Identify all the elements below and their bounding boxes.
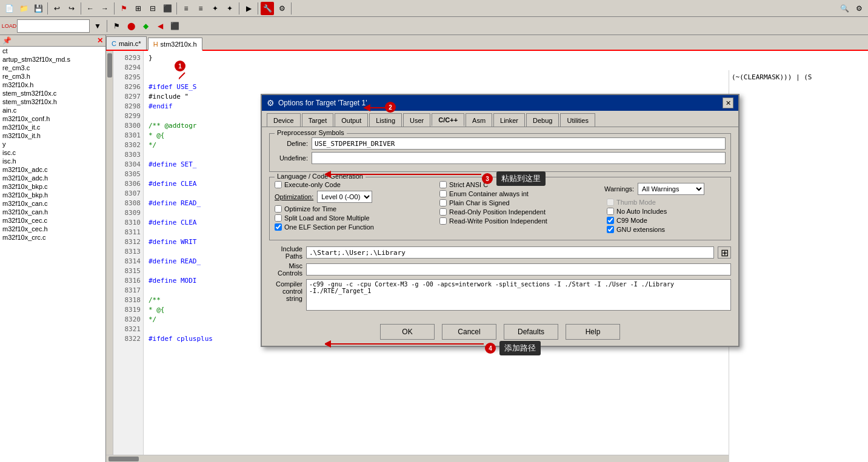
- dialog-tab-device[interactable]: Device: [267, 113, 301, 127]
- dialog-tab-linker[interactable]: Linker: [493, 113, 525, 127]
- sidebar-item[interactable]: ct: [0, 47, 105, 55]
- toolbar-btn-dropdown[interactable]: ▼: [91, 19, 104, 33]
- toolbar-btn-t5[interactable]: ⬛: [168, 19, 181, 33]
- toolbar-btn-settings2[interactable]: ⚙: [852, 2, 866, 15]
- ok-button[interactable]: OK: [380, 324, 435, 340]
- compiler-string-textarea[interactable]: -c99 -gnu -c -cpu Cortex-M3 -g -O0 -apcs…: [306, 279, 731, 311]
- one-elf-checkbox[interactable]: [275, 223, 282, 231]
- toolbar-btn-new[interactable]: 📄: [2, 2, 16, 15]
- toolbar-btn-build[interactable]: ⚑: [117, 2, 130, 15]
- toolbar-btn-save[interactable]: 💾: [32, 2, 45, 15]
- dialog-tab-asm[interactable]: Asm: [466, 113, 492, 127]
- dialog-close-button[interactable]: ✕: [723, 97, 733, 108]
- readwrite-pos-check[interactable]: Read-Write Position Independent: [439, 217, 597, 225]
- gnu-extensions-checkbox[interactable]: [607, 226, 614, 233]
- sidebar-close-icon[interactable]: ✕: [97, 36, 103, 45]
- toolbar-btn-forward[interactable]: →: [98, 2, 112, 15]
- sidebar-item[interactable]: m32f10x_crc.c: [0, 233, 105, 242]
- dialog-tab-user[interactable]: User: [403, 113, 430, 127]
- readwrite-pos-checkbox[interactable]: [439, 217, 447, 225]
- sidebar-item[interactable]: m32f10x_can.h: [0, 208, 105, 216]
- dialog-tab-debug[interactable]: Debug: [526, 113, 559, 127]
- tab-stm32f10x-h[interactable]: H stm32f10x.h: [148, 38, 202, 51]
- dialog-tab-c-c+[interactable]: C/C++: [432, 113, 464, 127]
- sidebar-item[interactable]: re_cm3.c: [0, 64, 105, 72]
- sidebar-item[interactable]: m32f10x_conf.h: [0, 114, 105, 123]
- misc-controls-input[interactable]: [306, 263, 731, 276]
- cancel-button[interactable]: Cancel: [442, 324, 496, 340]
- toolbar-btn-open[interactable]: 📁: [17, 2, 30, 15]
- optimize-time-checkbox[interactable]: [275, 205, 282, 213]
- toolbar-btn-t4[interactable]: ◀: [153, 19, 167, 33]
- define-input[interactable]: [312, 137, 726, 150]
- readonly-pos-checkbox[interactable]: [439, 208, 447, 216]
- sidebar-item[interactable]: y: [0, 140, 105, 148]
- toolbar-btn-t2[interactable]: ⬤: [124, 19, 138, 33]
- sidebar-item[interactable]: stem_stm32f10x.h: [0, 97, 105, 106]
- dialog-tab-utilities[interactable]: Utilities: [560, 113, 595, 127]
- plain-char-check[interactable]: Plain Char is Signed: [439, 199, 597, 206]
- plain-char-checkbox[interactable]: [439, 199, 447, 206]
- sidebar-item[interactable]: m32f10x_adc.c: [0, 165, 105, 174]
- sidebar-item[interactable]: m32f10x_it.h: [0, 131, 105, 140]
- readonly-pos-check[interactable]: Read-Only Position Independent: [439, 208, 597, 216]
- toolbar-btn-undo[interactable]: ↩: [50, 2, 64, 15]
- sidebar-item[interactable]: stem_stm32f10x.c: [0, 89, 105, 97]
- sidebar-item[interactable]: isc.c: [0, 148, 105, 157]
- thumb-mode-checkbox[interactable]: [607, 199, 614, 206]
- toolbar-btn-uncomment[interactable]: ✦: [223, 2, 236, 15]
- sidebar-item[interactable]: m32f10x_cec.h: [0, 225, 105, 233]
- sidebar-item[interactable]: m32f10x_cec.c: [0, 216, 105, 225]
- toolbar-btn-manage[interactable]: ⚙: [275, 2, 289, 15]
- sidebar-item[interactable]: ain.c: [0, 106, 105, 114]
- toolbar-btn-t1[interactable]: ⚑: [110, 19, 123, 33]
- one-elf-check[interactable]: One ELF Section per Function: [275, 223, 432, 231]
- sidebar-item[interactable]: m32f10x_bkp.h: [0, 191, 105, 199]
- toolbar-btn-stop[interactable]: ⬛: [161, 2, 174, 15]
- enum-container-check[interactable]: Enum Container always int: [439, 190, 597, 197]
- toolbar-btn-back[interactable]: ←: [84, 2, 97, 15]
- sidebar-item[interactable]: m32f10x_it.c: [0, 123, 105, 131]
- optimize-time-check[interactable]: Optimize for Time: [275, 205, 432, 213]
- strict-ansi-checkbox[interactable]: [439, 181, 447, 188]
- warnings-select[interactable]: All Warnings No Warnings: [638, 183, 704, 195]
- include-paths-input[interactable]: [306, 246, 714, 259]
- c99-mode-checkbox[interactable]: [607, 217, 614, 224]
- toolbar-btn-search[interactable]: 🔍: [838, 2, 851, 15]
- tab-main-c[interactable]: C main.c*: [106, 36, 147, 50]
- toolbar-btn-t3[interactable]: ◆: [139, 19, 152, 33]
- sidebar-pin-icon[interactable]: 📌: [2, 36, 12, 45]
- optimization-select[interactable]: Level 0 (-O0) Level 1 (-O1) Level 2 (-O2…: [317, 191, 372, 203]
- sidebar-item[interactable]: re_cm3.h: [0, 72, 105, 81]
- split-load-checkbox[interactable]: [275, 214, 282, 222]
- execute-only-checkbox[interactable]: [275, 181, 282, 188]
- thumb-mode-check[interactable]: Thumb Mode: [607, 199, 726, 206]
- gnu-extensions-check[interactable]: GNU extensions: [607, 226, 726, 233]
- target-dropdown[interactable]: Target 1: [17, 19, 90, 33]
- strict-ansi-check[interactable]: Strict ANSI C: [439, 181, 597, 188]
- toolbar-btn-target-options[interactable]: 🔧: [261, 2, 274, 15]
- c99-mode-check[interactable]: C99 Mode: [607, 217, 726, 224]
- toolbar-btn-translate[interactable]: ⊟: [146, 2, 159, 15]
- toolbar-btn-load[interactable]: LOAD: [2, 19, 16, 33]
- browse-button[interactable]: ⊞: [718, 246, 731, 259]
- enum-container-checkbox[interactable]: [439, 190, 447, 197]
- split-load-check[interactable]: Split Load and Store Multiple: [275, 214, 432, 222]
- sidebar-item[interactable]: m32f10x_bkp.c: [0, 182, 105, 191]
- dialog-tab-output[interactable]: Output: [335, 113, 368, 127]
- toolbar-btn-unindent[interactable]: ≡: [194, 2, 207, 15]
- toolbar-btn-rebuild[interactable]: ⊞: [132, 2, 145, 15]
- defaults-button[interactable]: Defaults: [504, 324, 558, 340]
- no-auto-includes-checkbox[interactable]: [607, 208, 614, 215]
- sidebar-item[interactable]: m32f10x.h: [0, 81, 105, 89]
- sidebar-item[interactable]: m32f10x_adc.h: [0, 174, 105, 182]
- undefine-input[interactable]: [312, 152, 726, 164]
- toolbar-btn-debug[interactable]: ▶: [242, 2, 255, 15]
- toolbar-btn-indent[interactable]: ≡: [179, 2, 193, 15]
- toolbar-btn-comment[interactable]: ✦: [209, 2, 222, 15]
- help-button[interactable]: Help: [566, 324, 620, 340]
- sidebar-item[interactable]: m32f10x_can.c: [0, 199, 105, 208]
- no-auto-includes-check[interactable]: No Auto Includes: [607, 208, 726, 215]
- execute-only-check[interactable]: Execute-only Code: [275, 181, 432, 188]
- sidebar-item[interactable]: artup_stm32f10x_md.s: [0, 55, 105, 64]
